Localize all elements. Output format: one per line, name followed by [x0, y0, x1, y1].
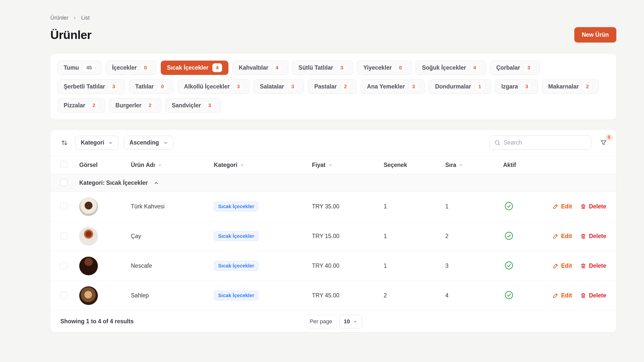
column-header[interactable]: Görsel [79, 162, 131, 168]
group-checkbox[interactable] [60, 179, 67, 186]
row-checkbox[interactable] [60, 292, 67, 299]
product-price: TRY 15.00 [312, 233, 384, 240]
column-header[interactable]: Fiyat [312, 162, 384, 168]
group-checkbox-cell [60, 179, 79, 187]
row-checkbox[interactable] [60, 262, 67, 269]
category-tab-label: Yiyecekler [363, 64, 392, 71]
category-tab[interactable]: Tumu 45 [57, 61, 102, 75]
product-image [79, 257, 98, 275]
category-tab[interactable]: Alkollü İçecekler 3 [178, 79, 250, 94]
column-header[interactable]: Kategori [214, 162, 312, 168]
category-tab-label: Şerbetli Tatlılar [64, 83, 105, 90]
edit-button-label: Edit [561, 233, 572, 240]
row-actions: Edit Delete [548, 233, 606, 240]
column-header[interactable]: Aktif [503, 162, 548, 168]
category-tab[interactable]: Yiyecekler 0 [357, 61, 412, 75]
category-tab[interactable]: Pastalar 2 [308, 79, 357, 94]
category-tab-label: Alkollü İçecekler [184, 83, 230, 90]
edit-button-label: Edit [561, 292, 572, 299]
row-checkbox-cell [60, 232, 79, 240]
edit-button[interactable]: Edit [552, 233, 572, 240]
per-page-label: Per page [305, 315, 337, 328]
trash-icon [580, 292, 586, 299]
edit-button[interactable]: Edit [552, 262, 572, 269]
category-tab-label: Pizzalar [64, 102, 85, 109]
per-page-control: Per page 10 [305, 315, 362, 328]
table-toolbar: Kategori Ascending 0 [50, 130, 616, 156]
category-tab[interactable]: Tatlılar 0 [129, 79, 174, 94]
edit-button[interactable]: Edit [552, 203, 572, 210]
category-tab[interactable]: Pizzalar 2 [57, 98, 105, 113]
row-checkbox[interactable] [60, 203, 67, 210]
category-tab-label: Soğuk İçecekler [422, 64, 466, 71]
sort-toggle-button[interactable] [59, 137, 70, 148]
delete-button[interactable]: Delete [580, 262, 606, 269]
breadcrumb-link-products[interactable]: Ürünler [50, 15, 68, 21]
row-active-cell [503, 290, 548, 301]
category-tab-count-badge: 3 [337, 63, 347, 72]
new-urun-button[interactable]: New Ürün [574, 27, 616, 42]
category-tab[interactable]: Sütlü Tatlılar 3 [292, 61, 353, 75]
category-tab-label: Tumu [64, 64, 79, 71]
delete-button[interactable]: Delete [580, 233, 606, 240]
collapse-group-button[interactable] [153, 179, 160, 187]
category-tab[interactable]: Sıcak İçecekler 4 [161, 61, 228, 75]
category-tab[interactable]: Dondurmalar 1 [429, 79, 491, 94]
active-check-circle-icon [503, 290, 514, 300]
category-badge: Sıcak İçecekler [214, 231, 258, 241]
category-tab[interactable]: Soğuk İçecekler 4 [416, 61, 486, 75]
delete-button[interactable]: Delete [580, 203, 606, 210]
category-tab-count-badge: 45 [83, 63, 95, 72]
chevron-down-icon [163, 140, 168, 145]
category-tab-count-badge: 0 [157, 82, 167, 91]
row-image-cell [79, 257, 131, 275]
category-tab-count-badge: 1 [475, 82, 485, 91]
chevron-down-icon [108, 140, 113, 145]
sort-field-select[interactable]: Kategori [75, 136, 118, 150]
sort-arrows-icon [60, 139, 68, 147]
pencil-icon [552, 263, 559, 269]
trash-icon [580, 233, 586, 239]
search-input[interactable] [504, 139, 586, 146]
category-tab-count-badge: 0 [395, 63, 405, 72]
row-active-cell [503, 261, 548, 271]
category-tab[interactable]: Ana Yemekler 3 [361, 79, 425, 94]
column-header[interactable]: Ürün Adı [131, 162, 214, 168]
filter-button[interactable]: 0 [598, 137, 609, 149]
category-tab[interactable]: Şerbetli Tatlılar 3 [57, 79, 125, 94]
category-tab[interactable]: Çorbalar 3 [490, 61, 540, 75]
product-row: Türk Kahvesi Sıcak İçecekler TRY 35.00 1… [50, 192, 616, 221]
category-tab[interactable]: İçecekler 0 [106, 61, 157, 75]
select-all-checkbox[interactable] [60, 161, 67, 168]
category-tab[interactable]: Salatalar 3 [254, 79, 304, 94]
product-options-count: 1 [384, 203, 445, 210]
product-row: Nescafe Sıcak İçecekler TRY 40.00 1 3 [50, 251, 616, 281]
product-name: Çay [131, 233, 214, 240]
category-tab[interactable]: Izgara 3 [495, 79, 538, 94]
results-summary: Showing 1 to 4 of 4 results [60, 318, 134, 325]
category-tab-count-badge: 2 [145, 101, 155, 110]
chevron-down-icon [353, 319, 357, 324]
category-tab[interactable]: Kahvaltılar 4 [232, 61, 288, 75]
category-tab[interactable]: Makarnalar 2 [542, 79, 599, 94]
per-page-select[interactable]: 10 [339, 315, 362, 328]
category-tab[interactable]: Sandviçler 3 [165, 98, 221, 113]
category-tab-count-badge: 4 [212, 63, 222, 72]
product-options-count: 1 [384, 262, 445, 269]
search-box [489, 135, 591, 150]
product-image [79, 286, 98, 305]
delete-button-label: Delete [589, 203, 606, 210]
sort-direction-select[interactable]: Ascending [124, 136, 173, 150]
edit-button[interactable]: Edit [552, 292, 572, 299]
column-header[interactable]: Seçenek [384, 162, 445, 168]
row-checkbox[interactable] [60, 232, 67, 239]
category-tab[interactable]: Burgerler 2 [109, 98, 162, 113]
category-tab-label: Sıcak İçecekler [167, 64, 209, 71]
product-name: Nescafe [131, 262, 214, 269]
delete-button[interactable]: Delete [580, 292, 606, 299]
category-tab-count-badge: 2 [341, 82, 350, 91]
edit-button-label: Edit [561, 262, 572, 269]
column-header[interactable]: Sıra [445, 162, 503, 168]
table-body: Türk Kahvesi Sıcak İçecekler TRY 35.00 1… [50, 192, 616, 310]
product-image [79, 197, 98, 216]
